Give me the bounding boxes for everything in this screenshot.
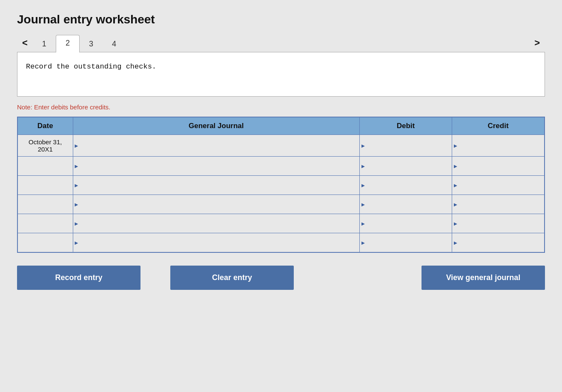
arrow-indicator: ► (452, 214, 458, 233)
button-row: Record entry Clear entry View general jo… (17, 266, 545, 290)
general-journal-input-2[interactable] (79, 157, 360, 175)
debit-input-4[interactable] (366, 195, 452, 214)
arrow-indicator: ► (360, 233, 366, 252)
credit-cell-2: ► (452, 157, 545, 176)
debit-cell-6: ► (360, 233, 452, 253)
arrow-indicator: ► (360, 157, 366, 175)
general-journal-cell-3: ► (73, 176, 360, 195)
clear-entry-button[interactable]: Clear entry (170, 266, 294, 290)
view-general-journal-button[interactable]: View general journal (422, 266, 545, 290)
table-row: ► ► ► (17, 233, 545, 253)
table-row: ► ► ► (17, 157, 545, 176)
credit-cell-1: ► (452, 135, 545, 157)
general-journal-cell-6: ► (73, 233, 360, 253)
header-general-journal: General Journal (73, 117, 360, 135)
arrow-indicator: ► (452, 195, 458, 214)
debit-input-6[interactable] (366, 233, 452, 252)
arrow-indicator: ► (360, 214, 366, 233)
table-row: ► ► ► (17, 176, 545, 195)
credit-cell-3: ► (452, 176, 545, 195)
arrow-indicator: ► (452, 157, 458, 175)
credit-input-6[interactable] (458, 233, 544, 252)
table-row: ► ► ► (17, 214, 545, 233)
credit-input-5[interactable] (458, 214, 544, 233)
tab-1[interactable]: 1 (33, 36, 56, 52)
header-credit: Credit (452, 117, 545, 135)
credit-cell-4: ► (452, 195, 545, 214)
arrow-indicator: ► (452, 136, 458, 155)
arrow-indicator: ► (73, 195, 79, 214)
debit-cell-4: ► (360, 195, 452, 214)
credit-cell-6: ► (452, 233, 545, 253)
prev-arrow[interactable]: < (17, 35, 33, 51)
general-journal-input-5[interactable] (79, 214, 360, 233)
debit-cell-1: ► (360, 135, 452, 157)
debit-input-3[interactable] (366, 176, 452, 195)
arrow-indicator: ► (452, 176, 458, 195)
tab-3[interactable]: 3 (80, 36, 103, 52)
date-cell-3 (17, 176, 73, 195)
general-journal-cell-1: ► (73, 135, 360, 157)
credit-input-2[interactable] (458, 157, 544, 175)
credit-cell-5: ► (452, 214, 545, 233)
date-cell-5 (17, 214, 73, 233)
debit-input-1[interactable] (366, 136, 452, 155)
next-arrow[interactable]: > (529, 35, 545, 51)
table-row: ► ► ► (17, 195, 545, 214)
table-row: October 31,20X1 ► ► ► (17, 135, 545, 157)
arrow-indicator: ► (73, 214, 79, 233)
tab-2[interactable]: 2 (56, 35, 80, 53)
date-cell-4 (17, 195, 73, 214)
general-journal-input-3[interactable] (79, 176, 360, 195)
debit-cell-2: ► (360, 157, 452, 176)
date-cell-1: October 31,20X1 (17, 135, 73, 157)
general-journal-cell-2: ► (73, 157, 360, 176)
arrow-indicator: ► (360, 176, 366, 195)
arrow-indicator: ► (452, 233, 458, 252)
arrow-indicator: ► (73, 233, 79, 252)
note-text: Note: Enter debits before credits. (17, 103, 545, 111)
record-entry-button[interactable]: Record entry (17, 266, 140, 290)
arrow-indicator: ► (73, 176, 79, 195)
credit-input-3[interactable] (458, 176, 544, 195)
general-journal-input-6[interactable] (79, 233, 360, 252)
credit-input-4[interactable] (458, 195, 544, 214)
debit-input-5[interactable] (366, 214, 452, 233)
header-debit: Debit (360, 117, 452, 135)
instruction-text: Record the outstanding checks. (26, 63, 536, 71)
general-journal-cell-5: ► (73, 214, 360, 233)
tab-navigation: < 1 2 3 4 > (17, 35, 545, 52)
debit-cell-3: ► (360, 176, 452, 195)
debit-input-2[interactable] (366, 157, 452, 175)
journal-table: Date General Journal Debit Credit Octobe… (17, 117, 545, 253)
general-journal-input-4[interactable] (79, 195, 360, 214)
arrow-indicator: ► (360, 136, 366, 155)
arrow-indicator: ► (73, 136, 79, 155)
tab-content: Record the outstanding checks. (17, 52, 545, 97)
credit-input-1[interactable] (458, 136, 544, 155)
tab-4[interactable]: 4 (103, 36, 126, 52)
general-journal-input-1[interactable] (79, 136, 360, 155)
debit-cell-5: ► (360, 214, 452, 233)
arrow-indicator: ► (360, 195, 366, 214)
date-cell-2 (17, 157, 73, 176)
general-journal-cell-4: ► (73, 195, 360, 214)
header-date: Date (17, 117, 73, 135)
page-title: Journal entry worksheet (17, 13, 545, 26)
arrow-indicator: ► (73, 157, 79, 175)
date-cell-6 (17, 233, 73, 253)
table-header-row: Date General Journal Debit Credit (17, 117, 545, 135)
